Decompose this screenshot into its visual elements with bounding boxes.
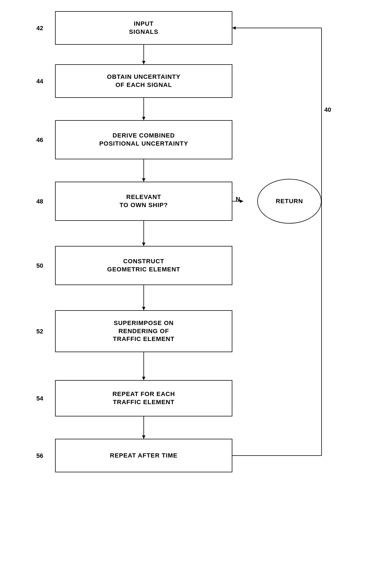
- svg-marker-5: [142, 178, 145, 182]
- diagram-container: 42 INPUTSIGNALS 44 OBTAIN UNCERTAINTYOF …: [0, 0, 392, 583]
- ref-48: 48: [36, 198, 43, 205]
- box-construct-geometric: CONSTRUCTGEOMETRIC ELEMENT: [55, 246, 232, 285]
- svg-marker-9: [142, 243, 145, 246]
- ref-40: 40: [324, 106, 331, 113]
- svg-marker-15: [142, 435, 145, 439]
- svg-marker-11: [142, 307, 145, 310]
- ref-52: 52: [36, 328, 43, 335]
- n-label: N: [236, 196, 240, 203]
- box-input-signals: INPUTSIGNALS: [55, 11, 232, 45]
- box-obtain-uncertainty-label: OBTAIN UNCERTAINTYOF EACH SIGNAL: [107, 73, 181, 89]
- box-repeat-time-label: REPEAT AFTER TIME: [110, 452, 178, 460]
- svg-marker-1: [142, 61, 145, 64]
- box-obtain-uncertainty: OBTAIN UNCERTAINTYOF EACH SIGNAL: [55, 64, 232, 98]
- box-derive-combined-label: DERIVE COMBINEDPOSITIONAL UNCERTAINTY: [99, 132, 188, 148]
- box-relevant-own-ship: RELEVANTTO OWN SHIP?: [55, 182, 232, 221]
- ref-46: 46: [36, 136, 43, 144]
- ellipse-return-label: RETURN: [276, 198, 303, 205]
- svg-marker-20: [232, 26, 236, 30]
- svg-marker-7: [240, 200, 243, 203]
- ref-44: 44: [36, 78, 43, 85]
- svg-marker-13: [142, 377, 145, 380]
- box-relevant-own-ship-label: RELEVANTTO OWN SHIP?: [120, 193, 168, 209]
- ref-56: 56: [36, 452, 43, 459]
- box-derive-combined: DERIVE COMBINEDPOSITIONAL UNCERTAINTY: [55, 120, 232, 159]
- box-input-signals-label: INPUTSIGNALS: [129, 20, 159, 36]
- svg-marker-3: [142, 117, 145, 120]
- ref-42: 42: [36, 25, 43, 32]
- box-repeat-each: REPEAT FOR EACHTRAFFIC ELEMENT: [55, 380, 232, 416]
- box-repeat-time: REPEAT AFTER TIME: [55, 439, 232, 472]
- box-superimpose-label: SUPERIMPOSE ONRENDERING OFTRAFFIC ELEMEN…: [113, 319, 174, 343]
- ref-54: 54: [36, 395, 43, 402]
- ref-50: 50: [36, 262, 43, 269]
- ellipse-return: RETURN: [257, 179, 322, 224]
- box-superimpose: SUPERIMPOSE ONRENDERING OFTRAFFIC ELEMEN…: [55, 310, 232, 352]
- box-repeat-each-label: REPEAT FOR EACHTRAFFIC ELEMENT: [112, 390, 175, 406]
- box-construct-geometric-label: CONSTRUCTGEOMETRIC ELEMENT: [107, 257, 180, 273]
